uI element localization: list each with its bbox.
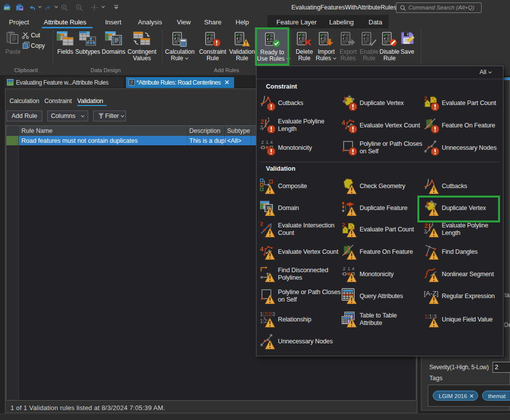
svg-text:1|1|3: 1|1|3 xyxy=(424,314,437,319)
svg-text:4: 4 xyxy=(270,140,273,145)
svg-text:4: 4 xyxy=(342,119,345,126)
svg-text:2: 2 xyxy=(261,140,263,145)
svg-text:4: 4 xyxy=(260,246,263,253)
svg-text:1: 1 xyxy=(348,266,350,271)
svg-text:2: 2 xyxy=(260,221,263,227)
svg-text:[A-Z]: [A-Z] xyxy=(424,290,438,297)
svg-text:4: 4 xyxy=(352,266,355,271)
svg-text:1: 1 xyxy=(266,140,268,145)
svg-text:1|2|2|3: 1|2|2|3 xyxy=(260,312,275,317)
svg-text:1: 1 xyxy=(267,117,270,122)
svg-text:2: 2 xyxy=(343,266,345,271)
svg-text:2: 2 xyxy=(424,222,428,229)
svg-text:2: 2 xyxy=(260,118,264,125)
